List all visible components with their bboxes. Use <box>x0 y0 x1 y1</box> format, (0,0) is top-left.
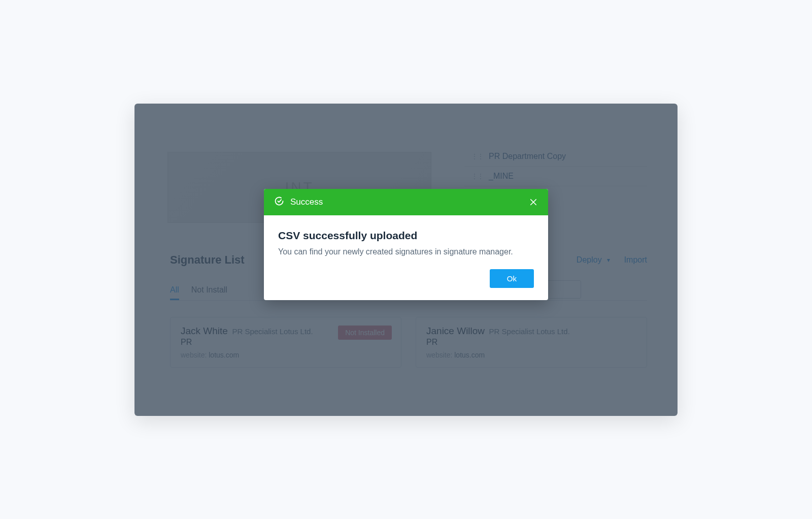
app-content: INT ⋮⋮ PR Department Copy ⋮⋮ _MINE Signa… <box>134 104 678 416</box>
modal-header-title: Success <box>290 197 323 207</box>
success-modal: Success CSV successfully uploaded You ca… <box>264 189 548 300</box>
modal-overlay[interactable]: Success CSV successfully uploaded You ca… <box>134 104 678 416</box>
success-check-icon <box>274 196 284 208</box>
app-window: INT ⋮⋮ PR Department Copy ⋮⋮ _MINE Signa… <box>134 104 678 416</box>
modal-description: You can find your newly created signatur… <box>278 246 534 258</box>
modal-body: CSV successfully uploaded You can find y… <box>264 215 548 269</box>
modal-footer: Ok <box>264 269 548 300</box>
modal-header-left: Success <box>274 196 323 208</box>
ok-button[interactable]: Ok <box>490 269 534 288</box>
modal-header: Success <box>264 189 548 215</box>
modal-title: CSV successfully uploaded <box>278 230 534 242</box>
close-icon[interactable] <box>529 198 538 207</box>
